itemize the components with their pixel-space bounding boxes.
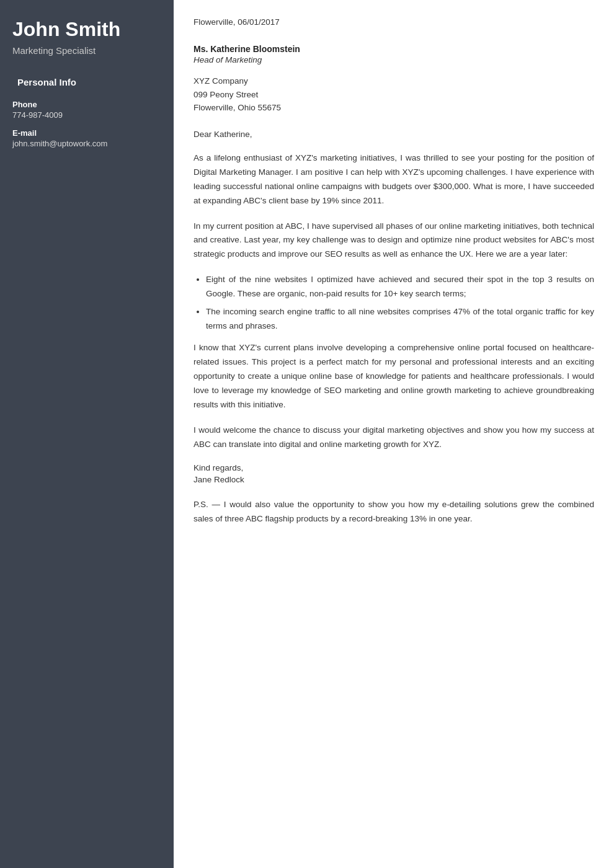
email-value: john.smith@uptowork.com bbox=[12, 139, 161, 148]
personal-info-title: Personal Info bbox=[17, 77, 76, 87]
recipient-address: XYZ Company 099 Peony Street Flowerville… bbox=[194, 74, 594, 115]
personal-info-section: Personal Info Phone 774-987-4009 E-mail … bbox=[12, 73, 161, 148]
main-content: Flowerville, 06/01/2017 Ms. Katherine Bl… bbox=[174, 0, 614, 868]
letter-greeting: Dear Katherine, bbox=[194, 130, 594, 139]
letter-bullet-list: Eight of the nine websites I optimized h… bbox=[194, 273, 594, 334]
applicant-name: John Smith bbox=[12, 19, 161, 40]
phone-label: Phone bbox=[12, 100, 161, 109]
letter-paragraph-1: As a lifelong enthusiast of XYZ's market… bbox=[194, 151, 594, 208]
email-label: E-mail bbox=[12, 128, 161, 138]
address-line3: Flowerville, Ohio 55675 bbox=[194, 101, 594, 115]
letter-signoff: Jane Redlock bbox=[194, 475, 594, 484]
letter-closing: Kind regards, bbox=[194, 463, 594, 472]
address-line1: XYZ Company bbox=[194, 74, 594, 88]
bullet-item-2: The incoming search engine traffic to al… bbox=[206, 305, 594, 334]
letter-date: Flowerville, 06/01/2017 bbox=[194, 17, 594, 27]
phone-value: 774-987-4009 bbox=[12, 110, 161, 120]
sidebar: John Smith Marketing Specialist Personal… bbox=[0, 0, 174, 868]
letter-paragraph-2: In my current position at ABC, I have su… bbox=[194, 219, 594, 262]
letter-paragraph-4: I would welcome the chance to discuss yo… bbox=[194, 423, 594, 452]
address-line2: 099 Peony Street bbox=[194, 88, 594, 102]
applicant-title: Marketing Specialist bbox=[12, 45, 161, 56]
bullet-item-1: Eight of the nine websites I optimized h… bbox=[206, 273, 594, 301]
letter-ps: P.S. — I would also value the opportunit… bbox=[194, 498, 594, 526]
letter-paragraph-3: I know that XYZ's current plans involve … bbox=[194, 341, 594, 412]
recipient-name: Ms. Katherine Bloomstein bbox=[194, 44, 594, 54]
recipient-role: Head of Marketing bbox=[194, 55, 594, 64]
personal-info-header: Personal Info bbox=[12, 73, 161, 91]
